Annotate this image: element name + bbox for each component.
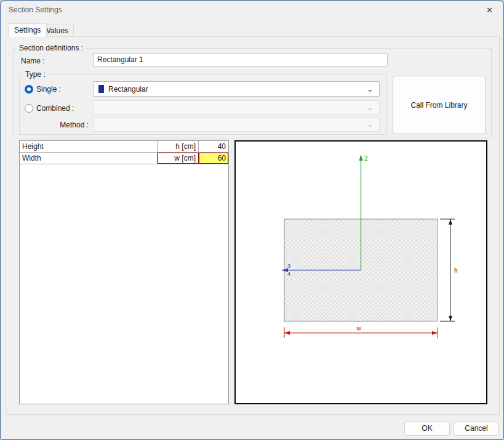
axis-2-label: 2: [364, 155, 368, 162]
properties-table: Height h [cm] 40 Width w [cm] 60: [19, 140, 229, 404]
property-unit-cell[interactable]: w [cm]: [158, 153, 199, 164]
property-name-cell[interactable]: Height: [20, 141, 158, 152]
section-settings-dialog: Section Settings ✕ Settings Values Secti…: [0, 0, 504, 440]
combined-radio[interactable]: [25, 104, 33, 113]
chevron-down-icon: ⌄: [367, 121, 374, 127]
section-preview-canvas: 2 3 4 h w: [234, 140, 487, 404]
rectangular-section-icon: [98, 85, 104, 93]
w-dim-label: w: [356, 325, 361, 332]
table-row-width[interactable]: Width w [cm] 60: [20, 153, 228, 164]
section-preview-drawing: 2 3 4 h w: [236, 142, 486, 403]
property-value-cell[interactable]: 40: [199, 141, 228, 152]
close-icon[interactable]: ✕: [476, 1, 503, 19]
type-legend: Type :: [23, 70, 48, 79]
chevron-down-icon: ⌄: [367, 105, 374, 111]
h-dim-arrow-top: [449, 219, 452, 225]
section-definitions-legend: Section definitions :: [17, 44, 86, 52]
chevron-down-icon: ⌄: [367, 86, 374, 92]
w-dim-arrow-right: [432, 331, 438, 335]
axis-3-label: 3: [287, 263, 290, 269]
single-type-value: Rectangular: [108, 85, 367, 94]
property-unit-cell[interactable]: h [cm]: [158, 141, 199, 152]
call-from-library-button[interactable]: Call From Library: [393, 76, 486, 134]
property-value-cell[interactable]: 60: [199, 153, 228, 164]
h-dim-label: h: [454, 267, 458, 274]
name-label: Name :: [21, 57, 45, 65]
w-dim-arrow-left: [284, 331, 290, 335]
ok-button[interactable]: OK: [404, 422, 450, 436]
tab-settings[interactable]: Settings: [8, 23, 47, 37]
method-dropdown: ⌄: [93, 117, 380, 132]
cancel-button[interactable]: Cancel: [454, 422, 499, 436]
single-radio-label: Single :: [36, 85, 61, 94]
combined-type-dropdown: ⌄: [93, 100, 380, 115]
titlebar: Section Settings ✕: [1, 1, 503, 19]
h-dim-arrow-bottom: [449, 316, 452, 321]
axis-2-arrow: [359, 154, 363, 161]
single-radio[interactable]: [25, 85, 33, 94]
name-input[interactable]: [93, 53, 388, 66]
property-name-cell[interactable]: Width: [20, 153, 158, 164]
single-type-dropdown[interactable]: Rectangular ⌄: [93, 81, 380, 97]
axis-4-label: 4: [287, 271, 290, 277]
combined-radio-label: Combined :: [36, 104, 74, 113]
method-label: Method :: [38, 121, 89, 129]
window-title: Section Settings: [9, 6, 62, 14]
table-row-height[interactable]: Height h [cm] 40: [20, 141, 228, 153]
